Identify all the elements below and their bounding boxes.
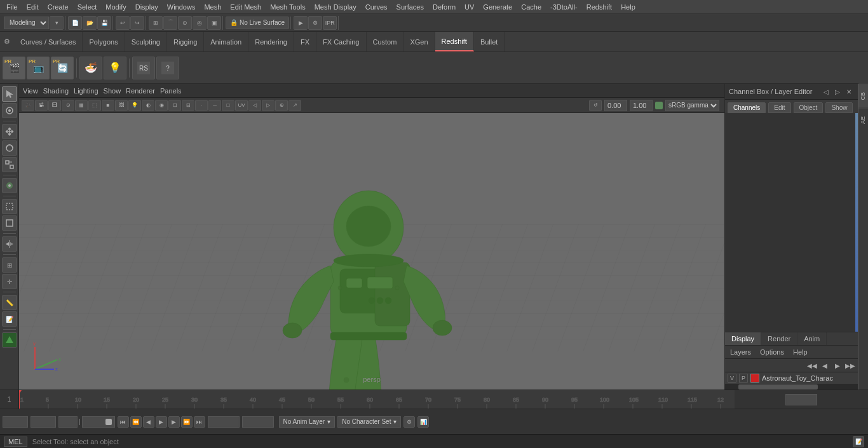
view-menu[interactable]: View	[23, 87, 38, 95]
menu-surfaces[interactable]: Surfaces	[393, 2, 428, 12]
shelf-tab-rendering[interactable]: Rendering	[248, 32, 294, 51]
object-tab[interactable]: Object	[794, 102, 824, 113]
play-btn[interactable]: ▶	[156, 416, 167, 428]
menu-file[interactable]: File	[3, 2, 22, 12]
lighting-menu[interactable]: Lighting	[74, 87, 98, 95]
menu-generate[interactable]: Generate	[479, 2, 516, 12]
no-anim-layer-btn[interactable]: No Anim Layer ▾	[279, 416, 336, 428]
snap-btn[interactable]: ✛	[2, 274, 17, 289]
goto-start-btn[interactable]: ⏮	[118, 416, 129, 428]
menu-uv[interactable]: UV	[461, 2, 478, 12]
prev-frame-btn[interactable]: ◀	[143, 416, 154, 428]
menu-windows[interactable]: Windows	[163, 2, 200, 12]
vp-deform-btn[interactable]: ↗	[288, 100, 301, 111]
frame-field-1[interactable]: 1	[58, 416, 78, 428]
end-frame-field[interactable]: 120	[85, 416, 104, 428]
show-menu[interactable]: Show	[104, 87, 121, 95]
next-keyframe-btn[interactable]: ⏩	[181, 416, 193, 428]
vp-prev-btn[interactable]: ◁	[248, 100, 261, 111]
menu-edit[interactable]: Edit	[23, 2, 43, 12]
soft-select-btn[interactable]	[2, 178, 17, 193]
anim-extra-btn[interactable]: 📊	[417, 416, 429, 428]
snap-surface-btn[interactable]: ▣	[207, 16, 221, 30]
layer-icon-2[interactable]: ◀	[820, 360, 830, 370]
shelf-icon-bowl[interactable]: 🍜	[79, 57, 102, 79]
vp-select-btn[interactable]: ⊕	[275, 100, 288, 111]
end-frame-indicator[interactable]	[105, 419, 112, 425]
attribute-editor-side-tab[interactable]: AE	[858, 108, 868, 132]
shelf-tab-rigging[interactable]: Rigging	[167, 32, 204, 51]
edit-tab[interactable]: Edit	[768, 102, 790, 113]
menu-curves[interactable]: Curves	[362, 2, 391, 12]
shading-menu[interactable]: Shading	[43, 87, 69, 95]
annotation-btn[interactable]: 📝	[2, 311, 17, 327]
vp-wireframe-btn[interactable]: ⬚	[88, 100, 101, 111]
vp-xray-btn[interactable]: ◉	[155, 100, 168, 111]
viewport-canvas[interactable]: x y z persp	[19, 113, 724, 390]
exposure-input[interactable]: 0.00	[604, 100, 627, 111]
shelf-icon-pr2[interactable]: PR 📺	[27, 57, 50, 79]
layer-v-btn[interactable]: V	[728, 374, 736, 383]
snap-view-btn[interactable]: ◎	[193, 16, 207, 30]
layer-render-tab[interactable]: Render	[761, 332, 797, 345]
select-tool-btn[interactable]	[2, 86, 17, 102]
snap-point-btn[interactable]: ⊙	[178, 16, 192, 30]
menu-modify[interactable]: Modify	[102, 2, 130, 12]
channel-box-prev-btn[interactable]: ◁	[821, 86, 831, 97]
grid-btn[interactable]: ⊞	[2, 257, 17, 273]
channel-box-close-btn[interactable]: ✕	[844, 86, 854, 97]
vp-snap-btn[interactable]: ⊙	[62, 100, 74, 111]
anim-layer-dropdown[interactable]: ▾	[327, 418, 330, 425]
menu-cache[interactable]: Cache	[517, 2, 545, 12]
scale-tool-btn[interactable]	[2, 157, 17, 172]
ipr-btn[interactable]: IPR	[323, 16, 337, 30]
shelf-tab-fx[interactable]: FX	[294, 32, 316, 51]
paint-select-btn[interactable]	[2, 103, 17, 118]
menu-help[interactable]: Help	[617, 2, 639, 12]
layer-scroll-track[interactable]	[738, 384, 818, 390]
timeline-ruler[interactable]: 1 5 10 15 20 25 30 35 40 45 50	[19, 390, 735, 409]
shelf-tab-curves-surfaces[interactable]: Curves / Surfaces	[14, 32, 83, 51]
renderer-menu[interactable]: Renderer	[126, 87, 155, 95]
shelf-icon-rs2[interactable]: ?	[156, 57, 179, 79]
lasso-btn[interactable]	[2, 199, 17, 214]
layer-icon-3[interactable]: ▶	[832, 360, 843, 370]
render-btn[interactable]: ▶	[294, 16, 308, 30]
shelf-icon-rs1[interactable]: RS	[132, 57, 155, 79]
menu-display[interactable]: Display	[132, 2, 162, 12]
vp-shadow-btn[interactable]: ◐	[142, 100, 154, 111]
panels-menu[interactable]: Panels	[160, 87, 182, 95]
channels-tab[interactable]: Channels	[728, 102, 766, 113]
help-sub-tab[interactable]: Help	[790, 347, 810, 357]
range-end2-input[interactable]: 200	[242, 416, 274, 428]
menu-deform[interactable]: Deform	[429, 2, 459, 12]
open-scene-btn[interactable]: 📂	[83, 16, 97, 30]
menu-redshift[interactable]: Redshift	[583, 2, 616, 12]
channel-box-side-tab[interactable]: CB	[858, 84, 868, 108]
current-frame-input2[interactable]: 1	[31, 416, 56, 428]
script-editor-btn[interactable]: 📝	[853, 436, 864, 447]
menu-create[interactable]: Create	[44, 2, 72, 12]
shelf-icon-lamp[interactable]: 💡	[104, 57, 126, 79]
vp-grid-btn[interactable]: ▦	[75, 100, 88, 111]
symmetry-btn[interactable]	[2, 236, 17, 252]
vp-solid-btn[interactable]: ■	[102, 100, 114, 111]
layer-icon-1[interactable]: ◀◀	[807, 360, 817, 370]
layer-scrollbar[interactable]	[725, 384, 858, 390]
shelf-icon-pr1[interactable]: PR 🎬	[3, 57, 25, 79]
prev-keyframe-btn[interactable]: ⏪	[130, 416, 142, 428]
gamma-selector[interactable]: sRGB gamma	[665, 100, 719, 111]
layer-display-tab[interactable]: Display	[725, 332, 761, 345]
mel-label[interactable]: MEL	[4, 437, 27, 447]
layer-anim-tab[interactable]: Anim	[797, 332, 827, 345]
shelf-tab-xgen[interactable]: XGen	[403, 32, 435, 51]
no-char-set-btn[interactable]: No Character Set ▾	[337, 416, 401, 428]
snap-grid-btn[interactable]: ⊞	[149, 16, 163, 30]
shelf-tab-animation[interactable]: Animation	[204, 32, 248, 51]
channel-box-next-btn[interactable]: ▷	[832, 86, 843, 97]
layer-color-swatch[interactable]	[750, 374, 759, 383]
vp-next-btn[interactable]: ▷	[262, 100, 275, 111]
vp-light-btn[interactable]: 💡	[128, 100, 141, 111]
render-settings-btn[interactable]: ⚙	[308, 16, 322, 30]
options-sub-tab[interactable]: Options	[757, 347, 787, 357]
